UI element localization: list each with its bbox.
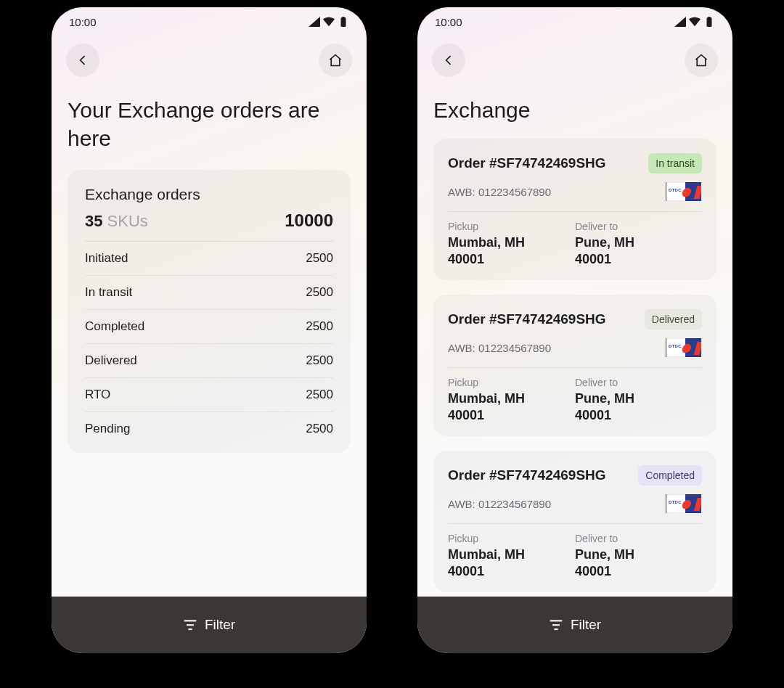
home-button[interactable] (319, 44, 352, 77)
page-title: Exchange (417, 83, 732, 139)
pickup-zip: 40001 (448, 408, 575, 423)
svg-rect-3 (187, 624, 194, 626)
status-time: 10:00 (435, 16, 462, 28)
filter-button[interactable]: Filter (417, 597, 732, 653)
back-button[interactable] (432, 44, 465, 77)
deliver-zip: 40001 (575, 408, 702, 423)
summary-row-value: 2500 (306, 251, 333, 266)
svg-rect-2 (184, 620, 197, 621)
signal-icon (309, 17, 320, 27)
locations: Pickup Mumbai, MH 40001 Deliver to Pune,… (448, 533, 702, 579)
svg-rect-5 (707, 17, 712, 27)
deliver-city: Pune, MH (575, 547, 702, 562)
summary-head: 35 SKUs 10000 (85, 210, 333, 242)
status-bar: 10:00 (52, 7, 367, 36)
awb-text: AWB: 012234567890 (448, 498, 551, 510)
pickup-label: Pickup (448, 221, 575, 232)
summary-row[interactable]: Completed2500 (85, 310, 333, 344)
summary-row-label: In transit (85, 285, 132, 300)
awb-text: AWB: 012234567890 (448, 342, 551, 354)
order-title: Order #SF74742469SHG (448, 311, 606, 327)
order-card[interactable]: Order #SF74742469SHG Delivered AWB: 0122… (433, 295, 716, 436)
pickup-city: Mumbai, MH (448, 547, 575, 562)
awb-row: AWB: 012234567890 (448, 182, 702, 212)
summary-row[interactable]: RTO2500 (85, 378, 333, 412)
content-area[interactable]: Exchange orders 35 SKUs 10000 Initiated2… (52, 170, 367, 653)
deliver-label: Deliver to (575, 533, 702, 544)
summary-total: 10000 (285, 210, 333, 231)
exchange-summary-card: Exchange orders 35 SKUs 10000 Initiated2… (68, 170, 351, 453)
status-badge: Delivered (645, 309, 702, 329)
pickup-city: Mumbai, MH (448, 391, 575, 406)
phone-screen-summary: 10:00 Your Exchange orders are here Exch… (52, 7, 367, 653)
filter-label: Filter (571, 617, 601, 633)
filter-button[interactable]: Filter (52, 597, 367, 653)
order-head: Order #SF74742469SHG Completed (448, 465, 702, 486)
deliver-label: Deliver to (575, 221, 702, 232)
status-icons (309, 17, 349, 27)
pickup-zip: 40001 (448, 252, 575, 267)
svg-rect-0 (341, 17, 346, 27)
summary-heading: Exchange orders (85, 186, 333, 203)
status-badge: In transit (648, 153, 702, 173)
summary-row-value: 2500 (306, 353, 333, 368)
page-title: Your Exchange orders are here (52, 83, 367, 170)
order-card[interactable]: Order #SF74742469SHG Completed AWB: 0122… (433, 451, 716, 592)
battery-icon (703, 17, 715, 27)
pickup-city: Mumbai, MH (448, 235, 575, 250)
deliver-city: Pune, MH (575, 235, 702, 250)
order-card[interactable]: Order #SF74742469SHG In transit AWB: 012… (433, 139, 716, 280)
deliver-col: Deliver to Pune, MH 40001 (575, 221, 702, 267)
svg-rect-1 (343, 17, 345, 18)
signal-icon (674, 17, 686, 27)
svg-rect-7 (550, 620, 563, 621)
deliver-col: Deliver to Pune, MH 40001 (575, 377, 702, 423)
pickup-label: Pickup (448, 377, 575, 388)
summary-row-value: 2500 (306, 319, 333, 334)
deliver-zip: 40001 (575, 564, 702, 579)
pickup-zip: 40001 (448, 564, 575, 579)
summary-row-value: 2500 (306, 422, 333, 436)
filter-icon (549, 618, 563, 632)
locations: Pickup Mumbai, MH 40001 Deliver to Pune,… (448, 377, 702, 423)
order-title: Order #SF74742469SHG (448, 467, 606, 483)
pickup-col: Pickup Mumbai, MH 40001 (448, 377, 575, 423)
summary-row-value: 2500 (306, 388, 333, 402)
awb-text: AWB: 012234567890 (448, 186, 551, 198)
order-head: Order #SF74742469SHG In transit (448, 153, 702, 173)
summary-row[interactable]: Initiated2500 (85, 242, 333, 276)
filter-label: Filter (205, 617, 235, 633)
summary-row[interactable]: Delivered2500 (85, 344, 333, 378)
pickup-col: Pickup Mumbai, MH 40001 (448, 221, 575, 267)
pickup-col: Pickup Mumbai, MH 40001 (448, 533, 575, 579)
svg-rect-6 (709, 17, 711, 18)
status-icons (674, 17, 715, 27)
summary-rows: Initiated2500In transit2500Completed2500… (85, 242, 333, 446)
wifi-icon (323, 17, 335, 27)
summary-row-label: Completed (85, 319, 144, 334)
carrier-logo-icon (666, 338, 702, 357)
filter-icon (183, 618, 197, 632)
summary-row[interactable]: In transit2500 (85, 276, 333, 310)
summary-row-label: Pending (85, 422, 130, 436)
nav-row (52, 36, 367, 83)
summary-row-label: Delivered (85, 353, 137, 368)
back-button[interactable] (66, 44, 99, 77)
status-badge: Completed (638, 465, 702, 486)
summary-row-value: 2500 (306, 285, 333, 300)
sku-count: 35 (85, 212, 102, 230)
summary-row[interactable]: Pending2500 (85, 412, 333, 446)
deliver-city: Pune, MH (575, 391, 702, 406)
status-bar: 10:00 (417, 7, 732, 36)
svg-rect-8 (552, 624, 560, 626)
home-button[interactable] (685, 44, 718, 77)
chevron-left-icon (75, 53, 90, 67)
pickup-label: Pickup (448, 533, 575, 544)
orders-list[interactable]: Order #SF74742469SHG In transit AWB: 012… (417, 139, 732, 653)
sku-label: SKUs (107, 212, 148, 230)
deliver-col: Deliver to Pune, MH 40001 (575, 533, 702, 579)
svg-rect-4 (188, 628, 192, 630)
deliver-label: Deliver to (575, 377, 702, 388)
deliver-zip: 40001 (575, 252, 702, 267)
carrier-logo-icon (666, 182, 702, 201)
